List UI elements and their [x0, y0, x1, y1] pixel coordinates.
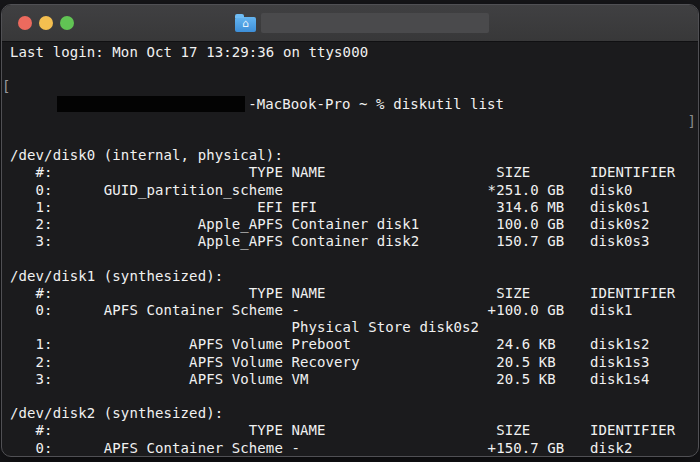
- titlebar[interactable]: [2, 5, 698, 42]
- minimize-button[interactable]: [39, 16, 53, 30]
- prompt-username-redaction-box: [57, 96, 245, 112]
- close-button[interactable]: [18, 16, 32, 30]
- table-row: 3: Apple_APFS Container disk2 150.7 GB d…: [10, 233, 698, 250]
- table-header-disk2: #: TYPE NAME SIZE IDENTIFIER: [10, 422, 698, 439]
- table-row: 2: APFS Volume Recovery 20.5 KB disk1s3: [10, 354, 698, 371]
- table-row: 1: EFI EFI 314.6 MB disk0s1: [10, 199, 698, 216]
- device-header-disk2: /dev/disk2 (synthesized):: [10, 405, 698, 422]
- terminal-output[interactable]: Last login: Mon Oct 17 13:29:36 on ttys0…: [2, 42, 698, 457]
- table-row: 0: GUID_partition_scheme *251.0 GB disk0: [10, 182, 698, 199]
- traffic-lights: [18, 5, 74, 41]
- prompt-left-bracket: [: [2, 78, 11, 95]
- terminal-window: Last login: Mon Oct 17 13:29:36 on ttys0…: [1, 4, 699, 457]
- table-row: 2: Apple_APFS Container disk1 100.0 GB d…: [10, 216, 698, 233]
- home-folder-icon[interactable]: [235, 17, 256, 32]
- prompt-line: [ -MacBook-Pro ~ % diskutil list ]: [10, 61, 698, 147]
- table-header-disk0: #: TYPE NAME SIZE IDENTIFIER: [10, 164, 698, 181]
- device-header-disk0: /dev/disk0 (internal, physical):: [10, 147, 698, 164]
- table-row: 0: APFS Container Scheme - +100.0 GB dis…: [10, 302, 698, 319]
- prompt-right-bracket: ]: [687, 113, 696, 130]
- table-row: 1: APFS Volume Preboot 24.6 KB disk1s2: [10, 336, 698, 353]
- table-header-disk1: #: TYPE NAME SIZE IDENTIFIER: [10, 285, 698, 302]
- last-login-line: Last login: Mon Oct 17 13:29:36 on ttys0…: [10, 44, 698, 61]
- title-group: [235, 13, 489, 33]
- window-title-redaction-box: [261, 13, 489, 33]
- table-row: 0: APFS Container Scheme - +150.7 GB dis…: [10, 440, 698, 457]
- blank-line: [10, 388, 698, 405]
- blank-line: [10, 250, 698, 267]
- table-row: 3: APFS Volume VM 20.5 KB disk1s4: [10, 371, 698, 388]
- prompt-host-and-command: -MacBook-Pro ~ % diskutil list: [248, 96, 504, 112]
- zoom-button[interactable]: [60, 16, 74, 30]
- table-row-physical-store: Physical Store disk0s2: [10, 319, 698, 336]
- device-header-disk1: /dev/disk1 (synthesized):: [10, 268, 698, 285]
